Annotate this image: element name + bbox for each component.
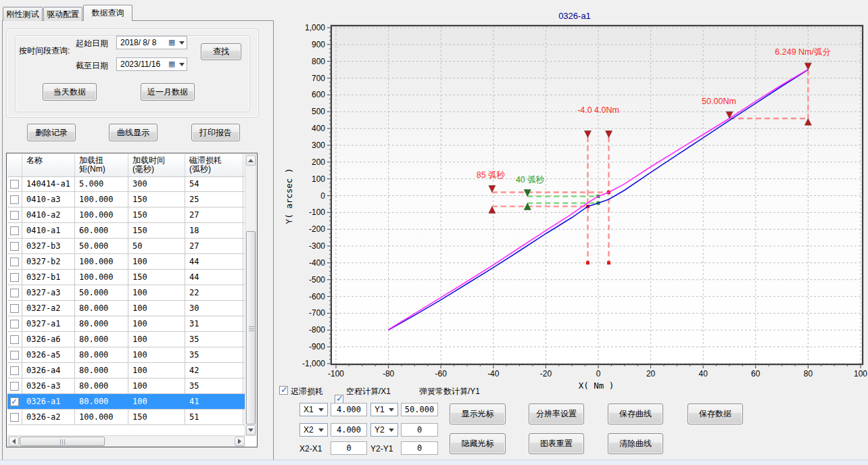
row-checkbox[interactable]: [10, 351, 19, 360]
cell-name: 0326-a3: [22, 378, 75, 393]
cell-torque: 60.000: [75, 223, 128, 238]
row-checkbox[interactable]: [10, 226, 19, 235]
table-row[interactable]: 0326-a380.00010035: [7, 378, 245, 394]
cell-torque: 100.000: [75, 410, 128, 424]
row-checkbox[interactable]: [10, 242, 19, 251]
calendar-icon[interactable]: ▦: [168, 39, 177, 47]
cell-torque: 80.000: [75, 394, 128, 409]
x2x1-value-input[interactable]: 0: [331, 441, 367, 455]
y1-value-input[interactable]: 50.000: [401, 403, 438, 416]
tab-驱动配置[interactable]: 驱动配置: [43, 7, 82, 21]
cell-time: 300: [128, 176, 185, 191]
tab-刚性测试[interactable]: 刚性测试: [3, 7, 43, 21]
scroll-left-button[interactable]: [9, 437, 19, 446]
table-row[interactable]: 0410-a3100.00015025: [7, 192, 245, 207]
chevron-down-icon[interactable]: [179, 63, 185, 66]
hide-cursor-button[interactable]: 隐藏光标: [450, 433, 506, 454]
row-checkbox[interactable]: [10, 304, 19, 313]
table-row[interactable]: 140414-a15.00030054: [7, 176, 245, 192]
cell-torque: 50.000: [75, 239, 128, 253]
row-checkbox-cell: [7, 270, 22, 285]
today-data-button[interactable]: 当天数据: [43, 83, 97, 101]
tab-数据查询[interactable]: 数据查询: [83, 5, 132, 21]
checkbox-迟滞损耗[interactable]: [279, 386, 288, 395]
calendar-icon[interactable]: ▦: [168, 60, 177, 68]
start-date-picker[interactable]: 2018/ 8/ 8 ▦: [116, 36, 187, 49]
scroll-down-button[interactable]: [246, 425, 256, 435]
row-checkbox[interactable]: [10, 397, 19, 406]
table-row[interactable]: 0326-a2100.00015051: [7, 410, 245, 425]
row-checkbox[interactable]: [10, 382, 19, 391]
row-checkbox[interactable]: [10, 413, 19, 422]
cell-loss: 35: [185, 332, 243, 347]
row-checkbox[interactable]: [10, 211, 19, 220]
x1-value-input[interactable]: 4.000: [331, 403, 367, 416]
x-tick-label: -80: [383, 369, 395, 378]
resolution-settings-button[interactable]: 分辨率设置: [529, 403, 584, 424]
table-row[interactable]: 0410-a160.00015018: [7, 223, 245, 239]
table-row[interactable]: 0326-a480.00010042: [7, 363, 245, 378]
hscroll-thumb[interactable]: [20, 437, 105, 446]
records-table: 名称加载扭 矩(Nm)加载时间 (毫秒)磁滞损耗 (弧秒) 140414-a15…: [6, 153, 258, 447]
delete-record-button[interactable]: 删除记录: [27, 124, 76, 141]
cell-name: 0326-a1: [22, 394, 75, 409]
thumb-grip: [249, 331, 254, 331]
table-row[interactable]: 0327-b1100.00015044: [7, 270, 245, 285]
table-row[interactable]: 0410-a2100.00015027: [7, 207, 245, 223]
table-vscrollbar[interactable]: [245, 154, 256, 436]
chevron-down-icon[interactable]: [179, 41, 185, 45]
row-checkbox[interactable]: [10, 366, 19, 375]
print-report-button[interactable]: 打印报告: [191, 124, 240, 141]
table-row[interactable]: 0327-a350.00010022: [7, 285, 245, 301]
row-checkbox[interactable]: [10, 320, 19, 328]
x1-cursor-select[interactable]: X1: [299, 403, 328, 416]
table-row[interactable]: 0327-b2100.00010044: [7, 254, 245, 270]
row-checkbox[interactable]: [10, 195, 19, 204]
row-checkbox[interactable]: [10, 258, 19, 266]
x2-cursor-select[interactable]: X2: [299, 423, 328, 437]
row-checkbox[interactable]: [10, 289, 19, 297]
y2-cursor-select[interactable]: Y2: [370, 423, 398, 437]
cell-time: 150: [128, 410, 185, 424]
chart-reset-button[interactable]: 图表重置: [529, 433, 584, 454]
end-date-picker[interactable]: 2023/11/16 ▦: [116, 57, 187, 71]
cell-time: 100: [128, 254, 185, 269]
curve-display-button[interactable]: 曲线显示: [109, 124, 158, 141]
cell-time: 150: [128, 270, 185, 285]
table-row[interactable]: 0327-a280.00010030: [7, 301, 245, 316]
x-tick-label: 20: [646, 369, 656, 378]
clear-curve-button[interactable]: 清除曲线: [608, 433, 663, 454]
y2y1-value-input[interactable]: 0: [401, 441, 438, 455]
row-checkbox-cell: [7, 316, 22, 331]
cell-name: 0410-a3: [22, 192, 75, 207]
table-hscrollbar[interactable]: [7, 435, 245, 447]
scroll-up-button[interactable]: [246, 155, 256, 166]
x2-value-input[interactable]: 4.000: [331, 423, 367, 437]
month-data-button[interactable]: 近一月数据: [141, 83, 195, 101]
x-tick-label: 40: [699, 369, 708, 378]
y2-value-input[interactable]: 0: [401, 423, 438, 437]
row-checkbox[interactable]: [10, 335, 19, 344]
table-row[interactable]: 0327-a180.00010031: [7, 316, 245, 332]
row-checkbox[interactable]: [10, 180, 19, 189]
table-row[interactable]: 0326-a680.00010035: [7, 332, 245, 347]
y-tick-label: -200: [309, 224, 325, 234]
checkbox-label-迟滞损耗: 迟滞损耗: [291, 386, 323, 397]
scroll-right-button[interactable]: [235, 437, 245, 446]
search-button[interactable]: 查找: [201, 43, 241, 60]
show-cursor-button[interactable]: 显示光标: [450, 403, 506, 424]
vscroll-thumb[interactable]: [246, 231, 256, 424]
table-row[interactable]: 0326-a580.00010035: [7, 347, 245, 363]
save-curve-button[interactable]: 保存曲线: [608, 403, 663, 424]
bottom-strip: [0, 460, 868, 465]
y1-cursor-select[interactable]: Y1: [370, 403, 398, 416]
table-row[interactable]: 0326-a180.00010041: [7, 394, 245, 410]
save-data-button[interactable]: 保存数据: [688, 403, 743, 424]
cell-name: 0326-a2: [22, 410, 75, 424]
chevron-down-icon: [389, 429, 394, 432]
row-checkbox[interactable]: [10, 273, 19, 282]
triangle-up-icon: [248, 159, 254, 162]
table-row[interactable]: 0327-b350.0005027: [7, 239, 245, 254]
triangle-right-icon: [238, 439, 241, 444]
cell-loss: 41: [185, 394, 243, 409]
